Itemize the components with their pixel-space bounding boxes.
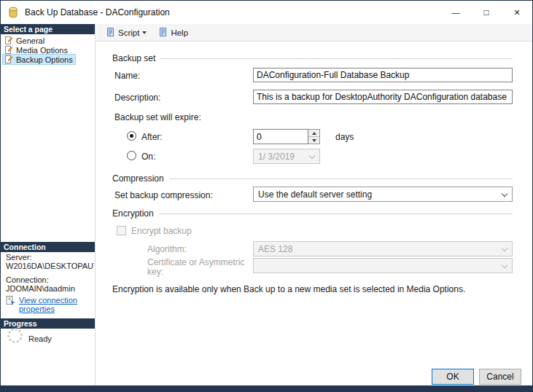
dialog-body: Select a page General Media Options — [1, 24, 532, 385]
page-tree: General Media Options Backup Options — [3, 36, 93, 64]
minimize-icon: — — [452, 8, 460, 17]
expire-on-date-value: 1/ 3/2019 — [258, 152, 295, 162]
select-a-page-header: Select a page — [1, 24, 95, 34]
cancel-button[interactable]: Cancel — [479, 369, 521, 385]
certificate-dropdown — [253, 258, 513, 273]
sidebar-item-label: Media Options — [16, 46, 68, 55]
maximize-icon: □ — [483, 7, 489, 17]
expire-on-radio[interactable] — [127, 151, 136, 160]
connection-header: Connection — [1, 242, 95, 252]
progress-header: Progress — [1, 318, 95, 329]
page-icon — [5, 55, 13, 65]
expire-after-spinner — [253, 129, 320, 144]
sidebar-item-label: Backup Options — [16, 55, 73, 64]
page-icon — [5, 36, 13, 46]
algorithm-value: AES 128 — [258, 244, 292, 254]
toolbar: Script Help — [96, 24, 532, 42]
server-label: Server: — [6, 253, 94, 262]
expire-after-label[interactable]: After: — [141, 132, 163, 142]
encryption-section: Encryption — [112, 208, 513, 219]
name-label: Name: — [114, 71, 140, 81]
server-value: W2016DA\DESKTOPAUTHORIT — [6, 262, 94, 270]
window-bottom-edge — [1, 385, 532, 391]
spin-up-button[interactable] — [308, 130, 319, 137]
expire-after-radio[interactable] — [127, 131, 136, 141]
script-button[interactable]: Script — [102, 26, 150, 40]
algorithm-dropdown: AES 128 — [253, 241, 513, 256]
description-input[interactable] — [253, 90, 513, 104]
expire-on-label[interactable]: On: — [141, 152, 155, 162]
progress-status: Ready — [28, 334, 94, 343]
encryption-note: Encryption is available only when Back u… — [112, 284, 465, 294]
expire-label: Backup set will expire: — [114, 112, 201, 122]
progress-spinner-icon — [7, 328, 23, 343]
spin-down-button[interactable] — [308, 137, 319, 144]
help-button-label: Help — [171, 28, 188, 37]
sidebar-item-backup-options[interactable]: Backup Options — [3, 55, 75, 64]
encrypt-backup-checkbox — [117, 226, 126, 235]
connection-value: JDOMAIN\daadmin — [6, 284, 94, 293]
compression-value: Use the default server setting — [258, 189, 372, 200]
main-panel: Script Help Backup set Name: — [96, 24, 532, 385]
backup-set-header: Backup set — [112, 53, 155, 63]
script-dropdown-icon — [142, 31, 147, 34]
section-rule — [160, 58, 513, 59]
sidebar-item-media-options[interactable]: Media Options — [3, 45, 70, 55]
cancel-button-label: Cancel — [486, 372, 513, 382]
title-bar: Back Up Database - DAConfiguration — □ ✕ — [1, 1, 532, 24]
dropdown-chevron-icon — [502, 191, 507, 197]
connection-label: Connection: — [6, 275, 94, 284]
dropdown-chevron-icon — [502, 246, 507, 251]
sidebar-item-general[interactable]: General — [3, 36, 47, 45]
encryption-header: Encryption — [112, 208, 154, 219]
dropdown-chevron-icon — [502, 262, 507, 268]
name-input[interactable] — [253, 68, 513, 82]
window-controls: — □ ✕ — [440, 1, 532, 24]
expire-after-input[interactable] — [253, 129, 308, 144]
database-icon — [7, 7, 19, 18]
certificate-label: Certificate or Asymmetric key: — [147, 258, 248, 277]
help-button[interactable]: Help — [155, 26, 192, 40]
compression-header: Compression — [112, 173, 164, 184]
ok-button[interactable]: OK — [432, 369, 474, 385]
connection-properties-icon — [6, 296, 16, 307]
ok-button-label: OK — [446, 372, 459, 382]
section-rule — [159, 213, 513, 214]
encrypt-backup-label: Encrypt backup — [131, 226, 192, 236]
compression-label: Set backup compression: — [114, 190, 213, 200]
compression-dropdown[interactable]: Use the default server setting — [253, 187, 513, 202]
close-button[interactable]: ✕ — [502, 1, 532, 24]
backup-database-dialog: Back Up Database - DAConfiguration — □ ✕… — [0, 0, 533, 392]
section-rule — [169, 179, 513, 179]
dropdown-chevron-icon — [309, 153, 315, 159]
description-label: Description: — [114, 93, 160, 103]
sidebar: Select a page General Media Options — [1, 24, 96, 385]
page-icon — [5, 45, 13, 55]
spinner-buttons — [308, 129, 320, 144]
backup-options-page: Backup set Name: Description: Backup set… — [96, 42, 532, 385]
sidebar-item-label: General — [16, 36, 44, 45]
days-label: days — [335, 132, 354, 142]
window-title: Back Up Database - DAConfiguration — [25, 7, 170, 17]
view-connection-properties-label: View connection properties — [19, 296, 82, 313]
minimize-button[interactable]: — — [440, 1, 471, 24]
script-button-label: Script — [118, 28, 139, 37]
spin-down-icon — [312, 139, 316, 142]
compression-section: Compression — [112, 173, 513, 184]
maximize-button[interactable]: □ — [471, 1, 502, 24]
backup-set-section: Backup set — [112, 53, 513, 63]
view-connection-properties-link[interactable]: View connection properties — [6, 296, 82, 313]
expire-on-datepicker: 1/ 3/2019 — [253, 149, 320, 164]
script-icon — [106, 27, 115, 39]
algorithm-label: Algorithm: — [147, 244, 187, 254]
spin-up-icon — [312, 132, 316, 135]
close-icon: ✕ — [513, 8, 520, 17]
help-icon — [158, 27, 168, 39]
